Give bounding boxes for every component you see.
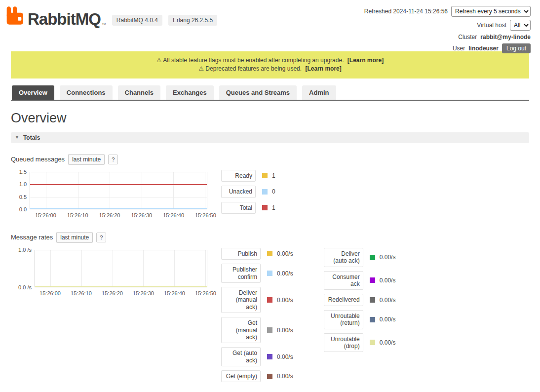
message-rates-mode-button[interactable]: last minute bbox=[56, 232, 93, 243]
virtual-host-label: Virtual host bbox=[477, 22, 506, 29]
unroutable-return-color-swatch bbox=[370, 317, 375, 322]
legend-row-get-empty: Get (empty) 0.00/s bbox=[221, 370, 293, 382]
tab-admin[interactable]: Admin bbox=[302, 85, 336, 100]
header: RabbitMQ ™ RabbitMQ 4.0.4 Erlang 26.2.5.… bbox=[0, 0, 540, 51]
message-rates-help-button[interactable]: ? bbox=[96, 233, 106, 242]
logout-button[interactable]: Log out bbox=[502, 43, 531, 53]
legend-value: 0.00/s bbox=[277, 297, 293, 304]
erlang-version-badge: Erlang 26.2.5.5 bbox=[168, 15, 217, 26]
y-axis-tick: 1.0 /s bbox=[11, 247, 32, 253]
legend-row-publisher-confirm: Publisher confirm 0.00/s bbox=[221, 264, 293, 283]
rabbitmq-version-badge: RabbitMQ 4.0.4 bbox=[112, 15, 162, 26]
x-axis-tick: 15:26:50 bbox=[195, 212, 216, 218]
legend-label: Redelivered bbox=[324, 294, 363, 306]
unroutable-drop-color-swatch bbox=[370, 340, 375, 345]
y-axis-tick: 1.0 bbox=[11, 181, 27, 187]
queued-messages-legend: Ready 1 Unacked 0 Total 1 bbox=[221, 170, 275, 218]
tab-connections[interactable]: Connections bbox=[60, 85, 113, 100]
legend-row-deliver-auto-ack: Deliver (auto ack) 0.00/s bbox=[324, 248, 396, 267]
legend-row-unacked: Unacked 0 bbox=[221, 186, 275, 197]
x-axis-tick: 15:26:30 bbox=[133, 290, 154, 296]
legend-label: Get (auto ack) bbox=[221, 347, 261, 366]
legend-value: 0.00/s bbox=[277, 353, 293, 360]
legend-row-redelivered: Redelivered 0.00/s bbox=[324, 294, 396, 306]
trademark-symbol: ™ bbox=[102, 22, 106, 27]
learn-more-link-deprecated[interactable]: [Learn more] bbox=[305, 65, 341, 72]
legend-value: 0.00/s bbox=[380, 297, 396, 304]
main-tab-bar: Overview Connections Channels Exchanges … bbox=[11, 85, 529, 101]
x-axis-tick: 15:26:50 bbox=[195, 290, 216, 296]
collapse-caret-icon: ▼ bbox=[15, 135, 19, 140]
legend-label: Ready bbox=[221, 170, 256, 182]
legend-value: 0.00/s bbox=[380, 339, 396, 346]
deliver-manual-ack-color-swatch bbox=[267, 297, 272, 303]
publish-color-swatch bbox=[267, 251, 272, 256]
message-rates-chart: 1.0 /s 0.0 /s 15:26:00 15:26:10 15:26:20… bbox=[11, 248, 529, 387]
refresh-interval-select[interactable]: Refresh every 5 seconds bbox=[451, 6, 531, 17]
totals-section-header[interactable]: ▼ Totals bbox=[11, 132, 529, 143]
y-axis-tick: 1.5 bbox=[11, 169, 27, 175]
zero-rate-series-line bbox=[35, 286, 207, 287]
legend-label: Unroutable (drop) bbox=[324, 333, 363, 353]
x-axis-tick: 15:26:10 bbox=[67, 212, 88, 218]
legend-value: 0.00/s bbox=[277, 327, 293, 334]
publisher-confirm-color-swatch bbox=[267, 271, 272, 276]
legend-label: Get (manual ack) bbox=[221, 317, 261, 343]
refreshed-timestamp: Refreshed 2024-11-24 15:26:56 bbox=[364, 8, 448, 15]
tab-channels[interactable]: Channels bbox=[118, 85, 161, 100]
queued-messages-mode-button[interactable]: last minute bbox=[68, 154, 105, 165]
rabbitmq-logo[interactable]: RabbitMQ ™ bbox=[5, 6, 106, 27]
legend-row-get-manual-ack: Get (manual ack) 0.00/s bbox=[221, 317, 293, 343]
get-auto-ack-color-swatch bbox=[267, 354, 272, 359]
queued-messages-title: Queued messages bbox=[11, 156, 65, 163]
unacked-color-swatch bbox=[262, 189, 268, 195]
tab-overview[interactable]: Overview bbox=[12, 85, 54, 100]
get-empty-color-swatch bbox=[267, 374, 272, 379]
totals-section-label: Totals bbox=[23, 134, 40, 141]
get-manual-ack-color-swatch bbox=[267, 327, 272, 333]
legend-label: Deliver (manual ack) bbox=[221, 287, 261, 313]
x-axis-tick: 15:26:40 bbox=[163, 212, 184, 218]
user-name: linodeuser bbox=[468, 45, 499, 52]
logo-wordmark: RabbitMQ bbox=[28, 11, 101, 27]
virtual-host-select[interactable]: All bbox=[510, 20, 531, 31]
legend-label: Publish bbox=[221, 248, 261, 260]
warning-line-feature-flags: ⚠ All stable feature flags must be enabl… bbox=[15, 56, 525, 65]
cluster-label: Cluster bbox=[458, 34, 477, 40]
legend-row-deliver-manual-ack: Deliver (manual ack) 0.00/s bbox=[221, 287, 293, 313]
x-axis-tick: 15:26:10 bbox=[71, 290, 92, 296]
page-title: Overview bbox=[11, 111, 529, 126]
legend-value: 0.00/s bbox=[277, 270, 293, 277]
redelivered-color-swatch bbox=[370, 297, 375, 303]
y-axis-tick: 0.0 /s bbox=[11, 284, 32, 290]
queued-messages-help-button[interactable]: ? bbox=[108, 155, 118, 164]
legend-label: Total bbox=[221, 202, 256, 214]
user-label: User bbox=[453, 45, 465, 52]
deliver-auto-ack-color-swatch bbox=[370, 255, 375, 260]
legend-value: 0.00/s bbox=[380, 277, 396, 284]
tab-queues-and-streams[interactable]: Queues and Streams bbox=[219, 85, 297, 100]
legend-label: Consumer ack bbox=[324, 271, 363, 290]
x-axis-tick: 15:26:20 bbox=[102, 290, 123, 296]
learn-more-link-feature-flags[interactable]: [Learn more] bbox=[347, 57, 384, 64]
legend-value: 1 bbox=[272, 172, 275, 179]
x-axis-tick: 15:26:30 bbox=[131, 212, 152, 218]
x-axis-tick: 15:26:40 bbox=[164, 290, 185, 296]
tab-exchanges[interactable]: Exchanges bbox=[166, 85, 214, 100]
queued-messages-chart: 1.5 1.0 0.5 0.0 15:26:00 15:26:10 15:26:… bbox=[11, 170, 529, 221]
legend-row-unroutable-drop: Unroutable (drop) 0.00/s bbox=[324, 333, 396, 353]
legend-value: 0.00/s bbox=[380, 254, 396, 261]
message-rates-legend: Publish 0.00/s Publisher confirm 0.00/s … bbox=[221, 248, 395, 387]
legend-row-publish: Publish 0.00/s bbox=[221, 248, 293, 260]
legend-value: 0.00/s bbox=[277, 250, 293, 257]
rabbit-icon bbox=[5, 6, 25, 27]
legend-value: 0 bbox=[272, 188, 275, 195]
unacked-series-line bbox=[30, 208, 207, 209]
legend-row-get-auto-ack: Get (auto ack) 0.00/s bbox=[221, 347, 293, 366]
legend-label: Unroutable (return) bbox=[324, 310, 363, 329]
legend-label: Unacked bbox=[221, 186, 256, 197]
legend-value: 0.00/s bbox=[277, 373, 293, 380]
message-rates-title: Message rates bbox=[11, 234, 53, 241]
legend-row-ready: Ready 1 bbox=[221, 170, 275, 182]
total-series-line bbox=[30, 184, 207, 185]
